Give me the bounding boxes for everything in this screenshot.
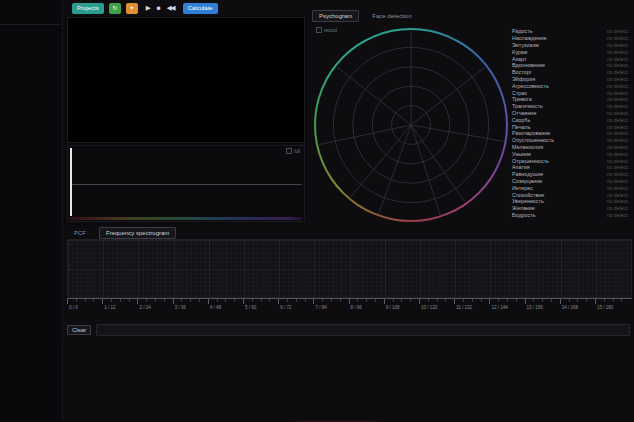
emotion-status: no detect — [607, 42, 628, 48]
axis-tick — [85, 299, 86, 302]
axis-tick — [621, 299, 622, 302]
emotion-name: Опустошенность — [512, 137, 554, 143]
calculate-button[interactable]: Calculate — [183, 3, 218, 14]
axis-label: 8 / 96 — [351, 305, 362, 310]
emotion-list: Радостьno detectНаслаждениеno detectЭнту… — [508, 28, 634, 219]
emotion-name: Эйфория — [512, 76, 535, 82]
axis-tick — [322, 299, 323, 302]
axis-label: 5 / 60 — [245, 305, 256, 310]
projects-button[interactable]: Projects — [72, 3, 104, 14]
axis-label: 11 / 132 — [456, 305, 472, 310]
log-input-bar[interactable] — [96, 324, 630, 336]
tab-face-detection[interactable]: Face detection — [365, 10, 418, 22]
emotion-status: no detect — [607, 62, 628, 68]
emotion-row: Тревогаno detect — [508, 96, 634, 103]
axis-tick — [181, 299, 182, 302]
emotion-name: Печаль — [512, 124, 530, 130]
play-icon[interactable]: ▶ — [146, 5, 150, 12]
emotion-name: Страх — [512, 90, 527, 96]
emotion-status: no detect — [607, 192, 628, 198]
axis-tick — [401, 299, 402, 302]
tab-psychogram[interactable]: Psychogram — [312, 10, 359, 22]
spectrogram-axis: 0 / 01 / 122 / 243 / 364 / 485 / 606 / 7… — [67, 298, 632, 313]
emotion-name: Отчаяние — [512, 110, 536, 116]
emotion-row: Куражno detect — [508, 48, 634, 55]
emotion-name: Азарт — [512, 56, 526, 62]
tab-frequency-spectrogram[interactable]: Frequency spectrogram — [99, 227, 176, 239]
axis-tick — [269, 299, 270, 302]
axis-label: 0 / 0 — [69, 305, 78, 310]
axis-tick — [349, 299, 350, 304]
axis-tick — [313, 299, 314, 304]
emotion-name: Желание — [512, 205, 535, 211]
axis-label: 4 / 48 — [210, 305, 221, 310]
emotion-row: Бодростьno detect — [508, 212, 634, 219]
emotion-status: no detect — [607, 130, 628, 136]
axis-label: 3 / 36 — [175, 305, 186, 310]
axis-tick — [366, 299, 367, 302]
axis-label: 12 / 144 — [491, 305, 507, 310]
axis-tick — [428, 299, 429, 302]
emotion-row: Страхno detect — [508, 89, 634, 96]
emotion-name: Энтузиазм — [512, 42, 539, 48]
emotion-status: no detect — [607, 205, 628, 211]
emotion-name: Апатия — [512, 164, 530, 170]
emotion-row: Агрессивностьno detect — [508, 82, 634, 89]
spectrogram-plot — [67, 239, 632, 298]
clear-button[interactable]: Clear — [67, 325, 91, 335]
emotion-row: Печальno detect — [508, 123, 634, 130]
axis-tick — [296, 299, 297, 302]
axis-tick — [463, 299, 464, 302]
emotion-status: no detect — [607, 49, 628, 55]
emotion-row: Уныниеno detect — [508, 150, 634, 157]
video-preview-panel — [67, 17, 305, 143]
emotion-row: Меланхолияno detect — [508, 144, 634, 151]
star-button[interactable]: ✦ — [126, 3, 138, 14]
emotion-name: Наслаждение — [512, 35, 546, 41]
emotion-row: Трагичностьno detect — [508, 103, 634, 110]
stop-icon[interactable]: ■ — [157, 5, 160, 12]
refresh-button[interactable]: ↻ — [109, 3, 121, 14]
emotion-row: Наслаждениеno detect — [508, 35, 634, 42]
emotion-name: Отрешенность — [512, 158, 549, 164]
full-checkbox-label: full — [294, 149, 300, 154]
emotion-status: no detect — [607, 151, 628, 157]
emotion-row: Спокойствиеno detect — [508, 191, 634, 198]
rewind-icon[interactable]: ◀◀ — [167, 5, 175, 12]
axis-tick — [357, 299, 358, 302]
axis-tick — [516, 299, 517, 302]
emotion-status: no detect — [607, 185, 628, 191]
emotion-row: Восторгno detect — [508, 69, 634, 76]
emotion-name: Агрессивность — [512, 83, 549, 89]
playhead-cursor[interactable] — [70, 148, 72, 216]
clear-row: Clear — [63, 322, 634, 338]
emotion-row: Апатияno detect — [508, 164, 634, 171]
axis-tick — [419, 299, 420, 304]
emotion-row: Отрешенностьno detect — [508, 157, 634, 164]
emotion-name: Уныние — [512, 151, 531, 157]
emotion-row: Радостьno detect — [508, 28, 634, 35]
axis-tick — [93, 299, 94, 302]
emotion-name: Радость — [512, 28, 533, 34]
tab-pcf[interactable]: PCF — [67, 227, 93, 239]
axis-tick — [613, 299, 614, 302]
spectrum-color-strip — [70, 217, 302, 220]
bottom-tab-bar: PCF Frequency spectrogram — [67, 227, 176, 239]
psychogram-panel: Psychogram Face detection record — [308, 0, 634, 225]
full-checkbox[interactable]: full — [286, 148, 300, 154]
emotion-status: no detect — [607, 83, 628, 89]
emotion-status: no detect — [607, 96, 628, 102]
refresh-icon: ↻ — [112, 5, 117, 11]
axis-tick — [577, 299, 578, 302]
axis-label: 2 / 24 — [139, 305, 150, 310]
axis-tick — [331, 299, 332, 302]
emotion-status: no detect — [607, 28, 628, 34]
axis-label: 1 / 12 — [104, 305, 115, 310]
emotion-row: Эйфорияno detect — [508, 76, 634, 83]
axis-tick — [225, 299, 226, 302]
emotion-name: Кураж — [512, 49, 527, 55]
axis-tick — [164, 299, 165, 302]
axis-tick — [595, 299, 596, 304]
axis-tick — [208, 299, 209, 304]
emotion-status: no detect — [607, 103, 628, 109]
